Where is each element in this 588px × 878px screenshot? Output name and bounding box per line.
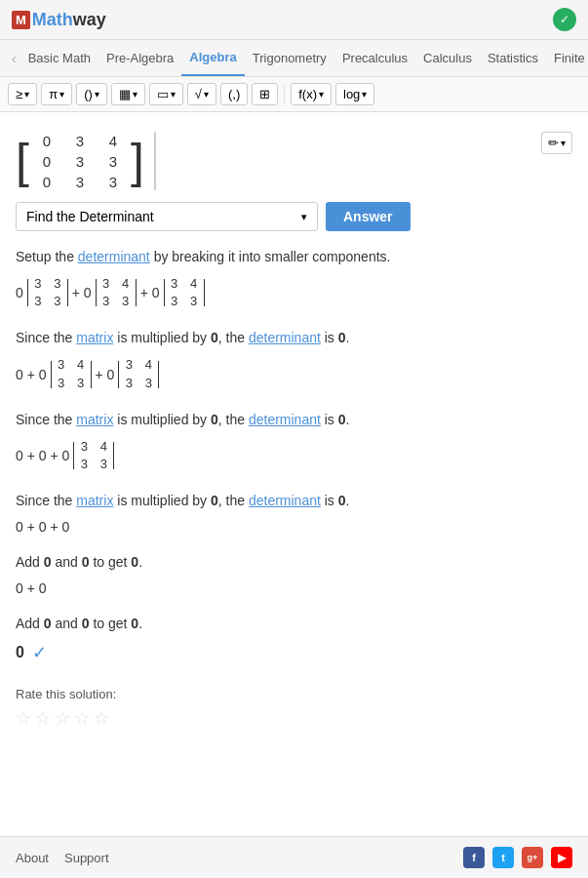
step-3: Since the matrix is multiplied by 0, the…	[16, 410, 572, 473]
user-avatar[interactable]: ✓	[553, 8, 576, 31]
step-1-math: 0 33 33 + 0 34 33	[16, 275, 572, 310]
edit-icon: ✏	[548, 136, 559, 150]
final-answer-line: 0 ✓	[16, 642, 572, 663]
nav-item-algebra[interactable]: Algebra	[181, 40, 244, 76]
toolbar-parens-btn[interactable]: () ▾	[76, 83, 107, 105]
nav-item-statistics[interactable]: Statistics	[480, 41, 546, 75]
star-1[interactable]: ☆	[16, 707, 31, 729]
checkmark-icon: ✓	[32, 642, 47, 663]
twitter-icon[interactable]: t	[492, 847, 514, 868]
logo-text: Mathway	[32, 10, 106, 30]
footer: About Support f t g+ ▶	[0, 836, 588, 878]
toolbar-sqrt-btn[interactable]: √ ▾	[187, 83, 216, 105]
matrix-cell-2-1: 3	[66, 174, 94, 190]
rating-label: Rate this solution:	[16, 687, 572, 701]
step-4-det-link[interactable]: determinant	[249, 493, 321, 508]
step-4: Since the matrix is multiplied by 0, the…	[16, 491, 572, 535]
controls-row: Find the Determinant ▾ Answer	[16, 202, 572, 231]
star-rating[interactable]: ☆ ☆ ☆ ☆ ☆	[16, 707, 572, 729]
step-3-math: 0 + 0 + 0 34 33	[16, 438, 572, 473]
matrix-cell-2-0: 0	[33, 174, 60, 190]
nav-item-pre-algebra[interactable]: Pre-Algebra	[98, 41, 181, 75]
step-2-math: 0 + 0 34 33 + 0 34 33	[16, 356, 572, 391]
logo: M Mathway	[12, 10, 106, 30]
matrix-right-bracket: ]	[131, 137, 144, 185]
dropdown-chevron: ▾	[301, 211, 307, 223]
solution-area: Setup the determinant by breaking it int…	[16, 247, 572, 729]
step-2: Since the matrix is multiplied by 0, the…	[16, 328, 572, 391]
toolbar-coord-btn[interactable]: (,)	[220, 83, 248, 105]
nav-item-trigonometry[interactable]: Trigonometry	[245, 41, 334, 75]
step-3-text: Since the matrix is multiplied by 0, the…	[16, 410, 572, 430]
det-1c: 34 33	[164, 275, 205, 310]
nav-item-finite-math[interactable]: Finite Math	[546, 41, 588, 75]
facebook-icon[interactable]: f	[463, 847, 485, 868]
toolbar-pi-btn[interactable]: π ▾	[41, 83, 72, 105]
edit-button[interactable]: ✏ ▾	[541, 132, 572, 154]
nav-item-basic-math[interactable]: Basic Math	[20, 41, 98, 75]
step-4-math: 0 + 0 + 0	[16, 519, 572, 535]
googleplus-icon[interactable]: g+	[522, 847, 543, 868]
matrix-cell-0-2: 4	[99, 133, 127, 149]
matrix-cell-1-0: 0	[33, 153, 60, 170]
matrix-cell-0-1: 3	[66, 133, 94, 149]
matrix-display: [ 0 3 4 0 3 3 0 3 3 ] ✏ ▾	[16, 132, 572, 190]
footer-links: About Support	[16, 851, 109, 865]
matrix-cell-1-2: 3	[99, 153, 127, 170]
star-3[interactable]: ☆	[55, 707, 70, 729]
toolbar-fx-btn[interactable]: f(x) ▾	[291, 83, 332, 105]
youtube-icon[interactable]: ▶	[551, 847, 572, 868]
edit-chevron: ▾	[561, 138, 566, 148]
det-1b: 34 33	[96, 275, 137, 310]
operation-dropdown[interactable]: Find the Determinant ▾	[16, 202, 318, 231]
nav-item-precalculus[interactable]: Precalculus	[334, 41, 415, 75]
star-2[interactable]: ☆	[35, 707, 51, 729]
step-1-determinant-link[interactable]: determinant	[78, 249, 150, 264]
step-2-matrix-link[interactable]: matrix	[76, 330, 113, 345]
toolbar-grid-btn[interactable]: ⊞	[252, 83, 278, 105]
nav-back-arrow[interactable]: ‹	[8, 43, 20, 74]
matrix-cell-1-1: 3	[66, 153, 94, 170]
step-4-matrix-link[interactable]: matrix	[76, 493, 113, 508]
footer-about-link[interactable]: About	[16, 851, 49, 865]
footer-support-link[interactable]: Support	[64, 851, 109, 865]
det-2a: 34 33	[51, 356, 92, 391]
step-4-text: Since the matrix is multiplied by 0, the…	[16, 491, 572, 511]
step-5: Add 0 and 0 to get 0. 0 + 0	[16, 552, 572, 596]
toolbar-frac-btn[interactable]: ▭ ▾	[149, 83, 183, 105]
matrix-determinant-bar	[154, 132, 156, 190]
step-2-text: Since the matrix is multiplied by 0, the…	[16, 328, 572, 348]
star-5[interactable]: ☆	[94, 707, 109, 729]
social-icons: f t g+ ▶	[463, 847, 572, 868]
step-6: Add 0 and 0 to get 0. 0 ✓	[16, 614, 572, 663]
matrix-left-bracket: [	[16, 137, 29, 185]
det-1a: 33 33	[27, 275, 68, 310]
main-content: [ 0 3 4 0 3 3 0 3 3 ] ✏ ▾ Find the Deter…	[0, 112, 588, 748]
step-1-text: Setup the determinant by breaking it int…	[16, 247, 572, 267]
nav-item-calculus[interactable]: Calculus	[415, 41, 480, 75]
rating-section: Rate this solution: ☆ ☆ ☆ ☆ ☆	[16, 687, 572, 729]
step-3-matrix-link[interactable]: matrix	[76, 412, 113, 427]
header: M Mathway ✓	[0, 0, 588, 40]
toolbar-gte-btn[interactable]: ≥ ▾	[8, 83, 37, 105]
toolbar-log-btn[interactable]: log ▾	[335, 83, 374, 105]
step-3-det-link[interactable]: determinant	[249, 412, 321, 427]
det-2b: 34 33	[118, 356, 159, 391]
matrix-grid: 0 3 4 0 3 3 0 3 3	[33, 133, 127, 190]
step-2-det-link[interactable]: determinant	[249, 330, 321, 345]
dropdown-label: Find the Determinant	[26, 209, 154, 224]
step-5-math: 0 + 0	[16, 580, 572, 596]
star-4[interactable]: ☆	[74, 707, 90, 729]
step-1: Setup the determinant by breaking it int…	[16, 247, 572, 310]
math-toolbar: ≥ ▾ π ▾ () ▾ ▦ ▾ ▭ ▾ √ ▾ (,) ⊞ f(x) ▾ lo…	[0, 77, 588, 112]
final-answer: 0	[16, 644, 24, 661]
matrix-cell-2-2: 3	[99, 174, 127, 190]
det-3a: 34 33	[73, 438, 114, 473]
toolbar-separator	[284, 85, 285, 104]
step-6-text: Add 0 and 0 to get 0.	[16, 614, 572, 634]
toolbar-matrix-btn[interactable]: ▦ ▾	[111, 83, 145, 105]
answer-button[interactable]: Answer	[326, 202, 411, 231]
step-5-text: Add 0 and 0 to get 0.	[16, 552, 572, 573]
logo-icon: M	[12, 11, 30, 29]
matrix-cell-0-0: 0	[33, 133, 60, 149]
